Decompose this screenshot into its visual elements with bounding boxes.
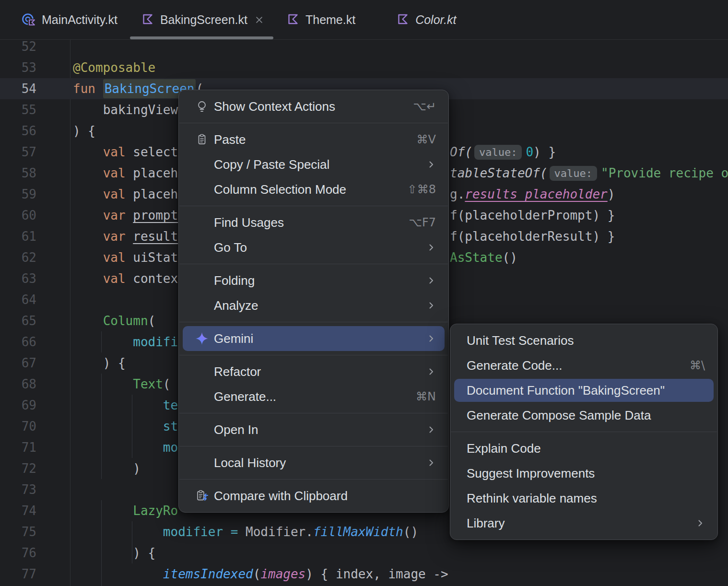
menu-item-label: Generate... <box>214 389 402 404</box>
menu-item-gemini[interactable]: Gemini <box>183 326 445 351</box>
line-number[interactable]: 66 <box>0 331 36 352</box>
code-token <box>73 103 103 117</box>
line-number[interactable]: 54 <box>0 78 36 99</box>
menu-item-refactor[interactable]: Refactor <box>179 359 448 384</box>
menu-item-label: Folding <box>214 273 413 288</box>
menu-separator <box>179 264 448 264</box>
menu-separator <box>179 123 448 123</box>
menu-item-column-selection-mode[interactable]: Column Selection Mode⇧⌘8 <box>179 177 448 202</box>
empty-icon <box>195 389 209 404</box>
line-number[interactable]: 64 <box>0 289 36 310</box>
line-number[interactable]: 77 <box>0 563 36 585</box>
code-token: modifi <box>133 335 178 349</box>
parameter-hint: value: <box>550 166 597 181</box>
line-number[interactable]: 59 <box>0 184 36 205</box>
line-number[interactable]: 70 <box>0 416 36 437</box>
code-text: itemsIndexed(images) { index, image -> <box>73 563 448 585</box>
empty-icon <box>195 215 209 230</box>
code-token: itemsIndexed <box>163 567 253 581</box>
code-token: () <box>503 250 517 265</box>
line-number[interactable]: 76 <box>0 542 36 563</box>
gemini-sparkle-icon <box>195 331 209 346</box>
line-number[interactable]: 60 <box>0 205 36 226</box>
code-token: contex <box>133 271 178 286</box>
menu-item-label: Column Selection Mode <box>214 182 394 197</box>
line-number[interactable]: 71 <box>0 437 36 458</box>
menu-item-local-history[interactable]: Local History <box>179 450 448 475</box>
code-token: AsState <box>450 250 503 265</box>
line-number[interactable]: 56 <box>0 120 36 141</box>
menu-separator <box>179 355 448 355</box>
menu-item-show-context-actions[interactable]: Show Context Actions⌥↵ <box>179 94 448 119</box>
menu-item-label: Suggest Improvements <box>467 466 705 481</box>
menu-item-copy-paste-special[interactable]: Copy / Paste Special <box>179 152 448 177</box>
code-token <box>73 419 163 434</box>
code-line-77[interactable]: 77 itemsIndexed(images) { index, image -… <box>0 563 728 585</box>
line-number[interactable]: 62 <box>0 247 36 268</box>
close-icon[interactable] <box>256 16 263 23</box>
code-token: placeh <box>133 166 178 180</box>
line-number[interactable]: 63 <box>0 268 36 289</box>
line-number[interactable]: 58 <box>0 163 36 184</box>
menu-item-document-function[interactable]: Document Function "BakingScreen" <box>454 379 714 402</box>
menu-separator <box>179 206 448 206</box>
code-token: modifier = <box>163 525 246 539</box>
line-number[interactable]: 55 <box>0 99 36 120</box>
tab-color[interactable]: Color.kt <box>384 0 468 39</box>
submenu-arrow-icon <box>426 160 436 169</box>
line-number[interactable]: 72 <box>0 458 36 479</box>
code-token: var <box>103 208 133 223</box>
menu-item-folding[interactable]: Folding <box>179 268 448 293</box>
code-text: ) { <box>73 352 126 374</box>
indent-guide <box>132 521 132 563</box>
context-menu: Show Context Actions⌥↵Paste⌘VCopy / Past… <box>178 90 449 513</box>
code-token: g. <box>450 187 465 201</box>
menu-item-rethink-variable-names[interactable]: Rethink variable names <box>450 486 717 511</box>
menu-item-library[interactable]: Library <box>450 511 717 536</box>
menu-separator <box>179 322 448 322</box>
menu-item-find-usages[interactable]: Find Usages⌥F7 <box>179 210 448 235</box>
empty-icon <box>195 456 209 470</box>
empty-icon <box>195 182 209 197</box>
menu-item-compare-with-clipboard[interactable]: Compare with Clipboard <box>179 483 448 508</box>
code-token <box>73 461 133 476</box>
line-number[interactable]: 69 <box>0 395 36 416</box>
code-token: val <box>103 271 133 286</box>
code-token: result <box>133 229 178 244</box>
tab-theme[interactable]: Theme.kt <box>274 0 367 39</box>
line-number[interactable]: 65 <box>0 310 36 331</box>
menu-item-open-in[interactable]: Open In <box>179 417 448 442</box>
line-number[interactable]: 73 <box>0 479 36 500</box>
submenu-arrow-icon <box>426 425 436 434</box>
line-number[interactable]: 57 <box>0 141 36 163</box>
menu-item-generate-code[interactable]: Generate Code...⌘\ <box>450 353 717 378</box>
menu-item-explain-code[interactable]: Explain Code <box>450 436 717 461</box>
menu-item-suggest-improvements[interactable]: Suggest Improvements <box>450 461 717 486</box>
code-token: fillMaxWidth <box>313 525 403 539</box>
code-token <box>73 145 103 159</box>
menu-item-generate[interactable]: Generate...⌘N <box>179 384 448 409</box>
line-number[interactable]: 75 <box>0 521 36 542</box>
line-number[interactable]: 74 <box>0 500 36 521</box>
line-number[interactable]: 68 <box>0 374 36 395</box>
line-number[interactable]: 53 <box>0 57 36 78</box>
menu-item-go-to[interactable]: Go To <box>179 235 448 260</box>
empty-icon <box>195 422 209 437</box>
menu-item-label: Generate Code... <box>467 358 676 373</box>
code-line-53[interactable]: 53@Composable <box>0 57 728 78</box>
empty-icon <box>195 240 209 255</box>
menu-item-generate-compose-sample-data[interactable]: Generate Compose Sample Data <box>450 403 717 428</box>
code-text: val placeh <box>73 163 178 184</box>
code-token: 0 <box>526 145 533 159</box>
tab-label: BakingScreen.kt <box>160 13 247 27</box>
menu-item-analyze[interactable]: Analyze <box>179 293 448 318</box>
line-number[interactable]: 67 <box>0 352 36 374</box>
code-token: ) } <box>533 145 556 159</box>
kotlin-file-icon <box>141 12 155 27</box>
code-line-76[interactable]: 76 ) { <box>0 542 728 563</box>
tab-bakingscreen[interactable]: BakingScreen.kt <box>129 0 274 39</box>
menu-item-paste[interactable]: Paste⌘V <box>179 127 448 152</box>
tab-mainactivity[interactable]: MainActivity.kt <box>10 0 129 39</box>
line-number[interactable]: 61 <box>0 226 36 247</box>
menu-item-unit-test-scenarios[interactable]: Unit Test Scenarios <box>450 328 717 353</box>
